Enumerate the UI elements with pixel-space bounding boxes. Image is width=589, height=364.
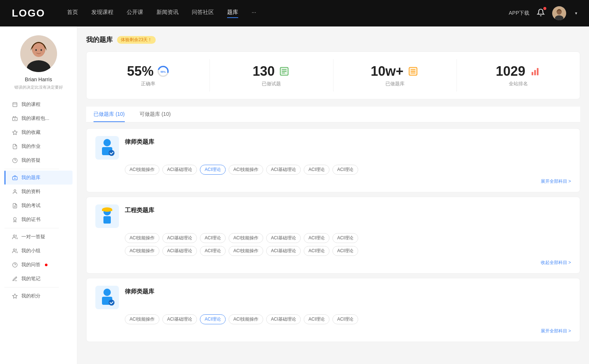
tab-available-banks[interactable]: 可做题库 (10) bbox=[132, 107, 178, 122]
stat-rank-number: 1029 bbox=[496, 64, 525, 79]
sidebar-item-profile[interactable]: 我的资料 bbox=[4, 185, 73, 199]
sidebar-item-cert[interactable]: 我的证书 bbox=[4, 213, 73, 226]
sidebar-item-score[interactable]: 我的积分 bbox=[4, 289, 73, 303]
law2-tag-5[interactable]: ACI理论 bbox=[304, 314, 329, 324]
navbar-right: APP下载 ▾ bbox=[509, 6, 577, 20]
exam-icon bbox=[12, 203, 18, 208]
eng-tag-6[interactable]: ACI理论 bbox=[332, 233, 358, 243]
tag-0[interactable]: ACI技能操作 bbox=[125, 165, 159, 175]
eng-tag-4[interactable]: ACI基础理论 bbox=[266, 233, 301, 243]
law2-tag-3[interactable]: ACI技能操作 bbox=[229, 314, 263, 324]
qbank-title-lawyer-1: 律师类题库 bbox=[125, 136, 154, 146]
question-bank-icon bbox=[407, 65, 419, 77]
cert-icon bbox=[12, 217, 18, 222]
divider-1 bbox=[4, 169, 59, 169]
svg-marker-13 bbox=[13, 130, 17, 135]
expand-link-lawyer-2[interactable]: 展开全部科目 > bbox=[541, 328, 571, 334]
profile-icon bbox=[12, 189, 18, 195]
sidebar-item-course[interactable]: 我的课程 bbox=[4, 97, 73, 111]
eng-tag-11[interactable]: ACI基础理论 bbox=[266, 246, 301, 256]
svg-point-55 bbox=[109, 300, 114, 306]
law2-tag-1[interactable]: ACI基础理论 bbox=[162, 314, 197, 324]
tag-1[interactable]: ACI基础理论 bbox=[162, 165, 197, 175]
sidebar-item-favorites[interactable]: 我的收藏 bbox=[4, 125, 73, 139]
nav-more[interactable]: ··· bbox=[251, 9, 256, 18]
qbank-icon-engineer bbox=[95, 204, 119, 228]
sidebar-item-cert-label: 我的证书 bbox=[21, 216, 40, 223]
qbank-footer-engineer: 收起全部科目 > bbox=[95, 260, 571, 266]
lawyer-figure-icon-2 bbox=[98, 288, 116, 307]
svg-point-7 bbox=[35, 49, 37, 51]
logo[interactable]: LOGO bbox=[12, 7, 45, 19]
eng-tag-13[interactable]: ACI理论 bbox=[332, 246, 358, 256]
svg-rect-51 bbox=[102, 210, 112, 211]
sidebar-item-group-label: 我的小组 bbox=[21, 247, 40, 254]
tag-6[interactable]: ACI理论 bbox=[332, 165, 358, 175]
sidebar-item-question[interactable]: 我的问答 bbox=[4, 258, 73, 272]
tab-done-banks[interactable]: 已做题库 (10) bbox=[86, 107, 132, 122]
sidebar-item-favorites-label: 我的收藏 bbox=[21, 129, 40, 136]
sidebar-item-package[interactable]: 我的课程包... bbox=[4, 111, 73, 125]
sidebar-item-course-label: 我的课程 bbox=[21, 101, 40, 108]
sidebar-item-exam[interactable]: 我的考试 bbox=[4, 199, 73, 213]
eng-tag-12[interactable]: ACI理论 bbox=[304, 246, 329, 256]
svg-point-25 bbox=[13, 249, 15, 250]
qbank-icon-lawyer-1 bbox=[95, 136, 119, 160]
law2-tag-6[interactable]: ACI理论 bbox=[332, 314, 358, 324]
nav-bank[interactable]: 题库 bbox=[227, 9, 238, 18]
eng-tag-5[interactable]: ACI理论 bbox=[304, 233, 329, 243]
svg-point-46 bbox=[103, 139, 111, 146]
content-tabs: 已做题库 (10) 可做题库 (10) bbox=[86, 107, 580, 122]
eng-tag-1[interactable]: ACI基础理论 bbox=[162, 233, 197, 243]
nav-home[interactable]: 首页 bbox=[67, 9, 78, 18]
sidebar-item-package-label: 我的课程包... bbox=[21, 115, 49, 122]
sidebar-item-qa[interactable]: 我的答疑 bbox=[4, 153, 73, 167]
question-icon bbox=[12, 262, 18, 268]
avatar[interactable] bbox=[552, 6, 566, 20]
main-content: 我的题库 体验剩余23天！ 55% 55% 正确率 bbox=[77, 26, 589, 364]
app-download[interactable]: APP下载 bbox=[509, 10, 529, 17]
notification-badge bbox=[543, 7, 546, 10]
nav-qa[interactable]: 问答社区 bbox=[192, 9, 214, 18]
stat-done-banks: 10w+ 已做题库 bbox=[334, 59, 457, 92]
eng-tag-7[interactable]: ACI技能操作 bbox=[125, 246, 159, 256]
nav-open-course[interactable]: 公开课 bbox=[127, 9, 143, 18]
qbank-tags-lawyer-1: ACI技能操作 ACI基础理论 ACI理论 ACI技能操作 ACI基础理论 AC… bbox=[125, 165, 571, 175]
collapse-link-engineer[interactable]: 收起全部科目 > bbox=[541, 260, 571, 266]
eng-tag-8[interactable]: ACI基础理论 bbox=[162, 246, 197, 256]
expand-link-lawyer-1[interactable]: 展开全部科目 > bbox=[541, 178, 571, 185]
tag-5[interactable]: ACI理论 bbox=[304, 165, 329, 175]
qa-icon bbox=[12, 157, 18, 163]
eng-tag-2[interactable]: ACI理论 bbox=[200, 233, 226, 243]
tag-4[interactable]: ACI基础理论 bbox=[266, 165, 301, 175]
sidebar-item-bank[interactable]: 我的题库 bbox=[4, 171, 73, 185]
law2-tag-0[interactable]: ACI技能操作 bbox=[125, 314, 159, 324]
law2-tag-2[interactable]: ACI理论 bbox=[200, 314, 226, 324]
law2-tag-4[interactable]: ACI基础理论 bbox=[266, 314, 301, 324]
nav-courses[interactable]: 发现课程 bbox=[91, 9, 113, 18]
eng-tag-3[interactable]: ACI技能操作 bbox=[229, 233, 263, 243]
sidebar-item-group[interactable]: 我的小组 bbox=[4, 244, 73, 258]
eng-tag-10[interactable]: ACI技能操作 bbox=[229, 246, 263, 256]
nav-links: 首页 发现课程 公开课 新闻资讯 问答社区 题库 ··· bbox=[67, 9, 509, 18]
qbank-tags-lawyer-2: ACI技能操作 ACI基础理论 ACI理论 ACI技能操作 ACI基础理论 AC… bbox=[125, 314, 571, 324]
score-icon bbox=[12, 293, 18, 299]
stat-done-questions-label: 已做试题 bbox=[262, 81, 281, 87]
tag-3[interactable]: ACI技能操作 bbox=[229, 165, 263, 175]
unread-dot bbox=[45, 264, 47, 266]
notification-bell[interactable] bbox=[537, 8, 545, 18]
sidebar-item-note[interactable]: 我的笔记 bbox=[4, 272, 73, 286]
sidebar-item-note-label: 我的笔记 bbox=[21, 275, 40, 282]
stat-done-banks-label: 已做题库 bbox=[385, 81, 405, 87]
nav-news[interactable]: 新闻资讯 bbox=[156, 9, 179, 18]
qbank-tags-engineer-row2: ACI技能操作 ACI基础理论 ACI理论 ACI技能操作 ACI基础理论 AC… bbox=[125, 246, 571, 256]
user-dropdown-arrow[interactable]: ▾ bbox=[575, 11, 577, 16]
tag-2[interactable]: ACI理论 bbox=[200, 165, 226, 175]
sidebar: Brian Harris 错误的决定比没有决定要好 我的课程 我的课程包... bbox=[0, 26, 77, 364]
sidebar-item-oneone[interactable]: 一对一答疑 bbox=[4, 230, 73, 244]
stats-row: 55% 55% 正确率 130 bbox=[86, 51, 580, 99]
eng-tag-0[interactable]: ACI技能操作 bbox=[125, 233, 159, 243]
sidebar-item-homework[interactable]: 我的作业 bbox=[4, 139, 73, 153]
eng-tag-9[interactable]: ACI理论 bbox=[200, 246, 226, 256]
stat-accuracy-label: 正确率 bbox=[141, 81, 155, 87]
